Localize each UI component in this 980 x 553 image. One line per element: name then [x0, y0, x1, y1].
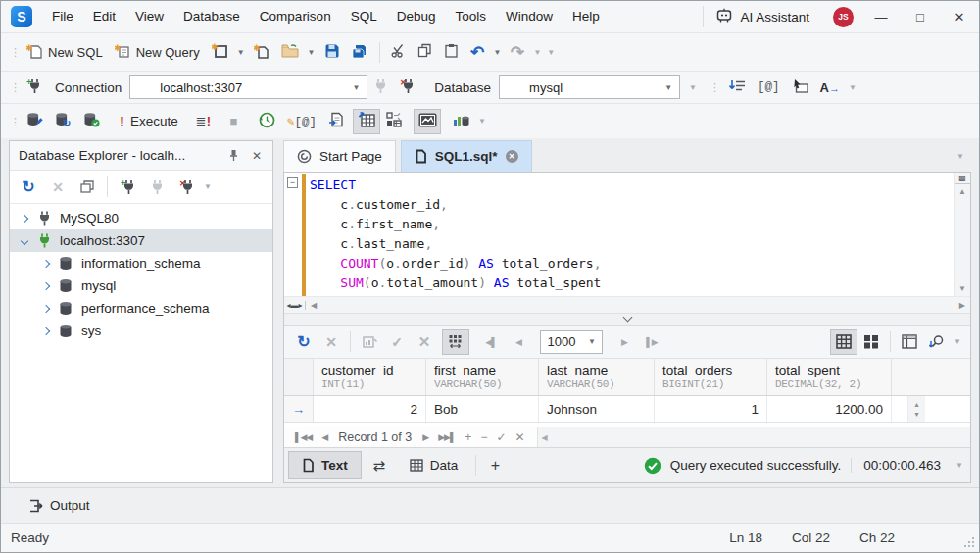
column-header-first_name[interactable]: first_nameVARCHAR(50) — [426, 359, 539, 395]
swap-panes-button[interactable]: ⇄ — [366, 453, 393, 478]
code-line[interactable]: SUM(o.total_amount) AS total_spent — [310, 274, 954, 293]
sql-editor[interactable]: − SELECT c.customer_id, c.first_name, c.… — [284, 173, 970, 296]
data-viewer-button[interactable] — [414, 109, 441, 134]
new-query-button[interactable]: ✱ New Query — [109, 39, 206, 66]
scroll-left-icon[interactable]: ◀ — [306, 298, 321, 313]
database-select-dropdown[interactable]: ▼ — [686, 83, 700, 92]
tree-item-information_schema[interactable]: information_schema — [10, 252, 272, 275]
open-file-dropdown[interactable]: ▼ — [305, 48, 318, 57]
tab-list-dropdown[interactable]: ▼ — [954, 152, 967, 161]
grid-vertical-scrollbar[interactable]: ▲▼ — [908, 396, 925, 422]
results-overflow-dropdown[interactable]: ▼ — [951, 337, 964, 346]
menu-debug[interactable]: Debug — [387, 1, 446, 32]
new-sql-button[interactable]: ✱ New SQL — [21, 39, 109, 66]
refresh-results-button[interactable]: ↻ — [290, 329, 318, 355]
last-record-button[interactable]: ▶▶▌ — [438, 432, 455, 442]
grid-view-button[interactable] — [830, 329, 858, 355]
column-header-customer_id[interactable]: customer_idINT(11) — [314, 359, 426, 395]
navigate-text-button[interactable]: A→ — [814, 75, 846, 101]
disconnect-button[interactable]: ✕ — [394, 75, 420, 101]
paste-button[interactable] — [438, 39, 465, 66]
tab-data[interactable]: Data — [397, 451, 471, 479]
last-page-button[interactable]: ▌▶ — [638, 329, 665, 355]
toolbar-overflow-dropdown[interactable]: ▼ — [846, 83, 859, 92]
menu-comparison[interactable]: Comparison — [250, 1, 341, 32]
tree-item-performance_schema[interactable]: performance_schema — [10, 297, 272, 320]
column-header-total_orders[interactable]: total_ordersBIGINT(21) — [655, 359, 767, 395]
end-edit-button[interactable]: ✓ — [496, 430, 505, 444]
connection-select[interactable]: localhost:3307 ▼ — [129, 75, 368, 99]
menu-tools[interactable]: Tools — [445, 1, 496, 32]
append-record-button[interactable]: + — [465, 430, 470, 444]
tree-item-sys[interactable]: sys — [10, 320, 272, 342]
paging-mode-button[interactable] — [442, 329, 469, 355]
export-data-button[interactable] — [356, 329, 383, 355]
collapse-results-icon[interactable] — [622, 313, 632, 323]
new-document-dropdown[interactable]: ▼ — [234, 48, 248, 57]
maximize-button[interactable]: □ — [901, 1, 940, 32]
first-record-button[interactable]: ▌◀◀ — [295, 432, 312, 442]
editor-horizontal-scrollbar[interactable]: ◂▬▸ ◀ ▶ — [284, 296, 970, 313]
tree-item-mysql80[interactable]: MySQL80 — [10, 207, 272, 229]
edit-parameters-button[interactable]: ✎[@] — [281, 108, 322, 134]
fold-collapse-icon[interactable]: − — [287, 177, 298, 188]
code-line[interactable]: c.last_name, — [310, 234, 954, 254]
delete-record-button[interactable]: − — [480, 430, 486, 444]
generate-chart-button[interactable] — [447, 108, 475, 134]
cell-customer_id[interactable]: 2 — [314, 396, 426, 422]
code-area[interactable]: SELECT c.customer_id, c.first_name, c.la… — [310, 173, 954, 296]
toolbar-grip[interactable]: ⋮ — [10, 83, 14, 91]
menu-window[interactable]: Window — [496, 1, 563, 32]
scroll-right-icon[interactable]: ▶ — [955, 298, 970, 313]
tab-sql1-sql[interactable]: SQL1.sql*✕ — [401, 140, 532, 172]
expand-node-icon[interactable] — [42, 304, 50, 312]
bind-parameters-button[interactable]: [@] — [752, 75, 786, 101]
connect-button[interactable] — [368, 75, 394, 101]
undo-button[interactable]: ↶ — [465, 39, 491, 66]
cell-total_spent[interactable]: 1200.00 — [767, 396, 892, 422]
tab-text[interactable]: Text — [288, 451, 362, 479]
expand-node-icon[interactable] — [42, 259, 50, 267]
toolbar-grip[interactable]: ⋮ — [10, 118, 14, 126]
results-to-grid-button[interactable] — [353, 109, 380, 134]
column-header-total_spent[interactable]: total_spentDECIMAL(32, 2) — [767, 359, 892, 395]
cancel-button[interactable]: ✕ — [318, 329, 345, 355]
expand-node-icon[interactable] — [42, 327, 50, 334]
code-line[interactable]: SELECT — [310, 176, 954, 195]
commit-button[interactable]: ✓ — [383, 329, 411, 355]
disconnect-button[interactable]: ✕ — [172, 175, 201, 200]
database-select[interactable]: mysql ▼ — [499, 75, 680, 99]
format-code-button[interactable] — [723, 75, 752, 101]
splitter-grip-icon[interactable]: ▩ — [955, 173, 970, 184]
splitter-grip-icon[interactable]: ◂▬▸ — [284, 301, 306, 310]
pin-icon[interactable] — [221, 144, 245, 168]
connect-button[interactable] — [142, 175, 172, 200]
menu-sql[interactable]: SQL — [341, 1, 387, 32]
redo-dropdown[interactable]: ▼ — [530, 48, 544, 57]
code-line[interactable]: COUNT(o.order_id) AS total_orders, — [310, 254, 954, 274]
scroll-left-icon[interactable]: ◀ — [542, 433, 548, 442]
menu-file[interactable]: File — [42, 1, 83, 32]
pivot-view-button[interactable] — [896, 329, 923, 355]
select-in-explorer-button[interactable] — [786, 75, 814, 101]
close-tab-icon[interactable]: ✕ — [506, 150, 518, 163]
toolbar-grip[interactable]: ⋮ — [10, 48, 14, 56]
delete-button[interactable]: ✕ — [43, 175, 73, 200]
explorer-toolbar-overflow[interactable]: ▼ — [201, 182, 215, 191]
code-line[interactable]: c.first_name, — [310, 215, 954, 234]
ai-assistant-button[interactable]: AI Assistant — [703, 6, 821, 27]
minimize-button[interactable]: ― — [861, 1, 901, 32]
status-dropdown[interactable]: ▼ — [953, 461, 966, 470]
grid-horizontal-scrollbar[interactable]: ◀ — [537, 427, 970, 447]
previous-page-button[interactable]: ◀ — [505, 329, 532, 355]
new-connection-button[interactable]: + — [21, 75, 47, 101]
previous-record-button[interactable]: ◀ — [321, 432, 327, 442]
next-record-button[interactable]: ▶ — [422, 432, 428, 442]
code-line[interactable]: c.customer_id, — [310, 195, 954, 215]
close-button[interactable]: ✕ — [940, 1, 979, 32]
save-button[interactable] — [318, 39, 346, 66]
toolbar-overflow-dropdown[interactable]: ▼ — [544, 48, 558, 57]
tree-item-mysql[interactable]: mysql — [10, 275, 272, 297]
tab-start-page[interactable]: Start Page — [283, 140, 396, 172]
rollback-button[interactable]: ✕ — [411, 329, 438, 355]
